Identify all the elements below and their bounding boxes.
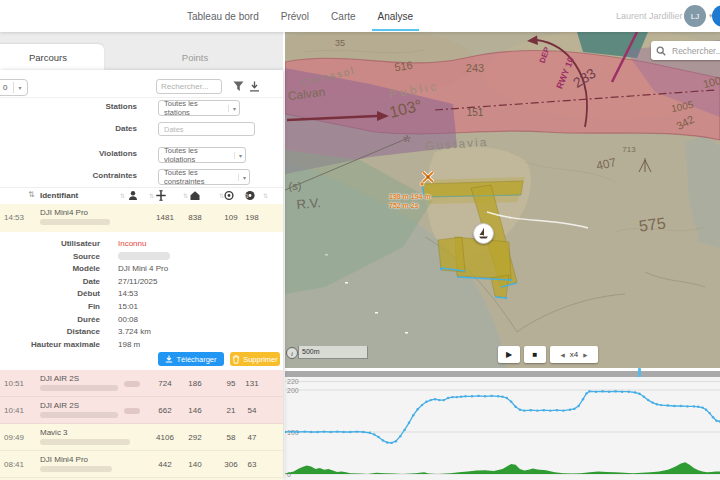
row-time: 09:49: [4, 433, 24, 442]
search-input[interactable]: [156, 79, 222, 94]
row-model: DJI Mini4 Pro: [40, 455, 88, 464]
detail-field: Début14:53: [0, 289, 283, 302]
home-icon[interactable]: [190, 190, 201, 201]
table-row[interactable]: 10:51 DJI AIR 2S 724 186 95 131: [0, 370, 283, 397]
row-id-blur: [40, 412, 118, 418]
detail-field: Source: [0, 252, 283, 265]
user-icon[interactable]: [128, 190, 139, 201]
mini-sort-icon[interactable]: ⇅: [183, 192, 188, 199]
row-c4: 63: [248, 460, 257, 469]
detail-value: Inconnu: [118, 239, 146, 248]
filter-label-contraintes: Contraintes: [0, 171, 137, 180]
row-c4: 198: [245, 213, 258, 222]
nav-prevol[interactable]: Prévol: [281, 11, 309, 22]
map-label: 151: [467, 107, 484, 118]
row-c3: 109: [224, 213, 237, 222]
detail-label: Durée: [0, 315, 100, 324]
mini-sort-icon[interactable]: ⇅: [149, 192, 154, 199]
row-model: Mavic 3: [40, 428, 68, 437]
map-label: ☆: [403, 133, 412, 144]
speed-control[interactable]: ◀ x4 ▶: [550, 346, 598, 363]
speed-up-icon[interactable]: ▶: [583, 352, 587, 358]
filter-icon[interactable]: [233, 81, 244, 92]
detail-label: Fin: [0, 302, 100, 311]
detail-label: Distance: [0, 327, 100, 336]
detail-field: Date27/11/2025: [0, 277, 283, 290]
chevron-down-icon: ▾: [13, 82, 21, 93]
drone-icon[interactable]: [156, 190, 167, 201]
flights-panel: 0 ▾ Stations Toutes les stations ▾ Dates…: [0, 70, 283, 480]
speed-value: x4: [570, 350, 578, 359]
contraintes-select[interactable]: Toutes les constraintes ▾: [158, 169, 250, 185]
violations-select[interactable]: Toutes les violations ▾: [158, 147, 246, 163]
chevron-down-icon: ▾: [228, 105, 236, 112]
chevron-down-icon: ▾: [238, 174, 246, 181]
stop-button[interactable]: ■: [524, 346, 546, 363]
delete-button[interactable]: Supprimer: [230, 352, 280, 366]
row-person-blur: [124, 381, 140, 387]
mini-sort-icon[interactable]: ⇅: [120, 192, 125, 199]
detail-value: [118, 252, 170, 262]
detail-value: 15:01: [118, 302, 138, 311]
detail-label: Hauteur maximale: [0, 340, 100, 349]
row-time: 14:53: [4, 213, 24, 222]
nav-analyse[interactable]: Analyse: [378, 11, 414, 22]
map-search-box[interactable]: [651, 41, 720, 60]
stations-select[interactable]: Toutes les stations ▾: [158, 100, 240, 116]
target-icon[interactable]: [224, 190, 235, 201]
row-c4: 47: [248, 433, 257, 442]
selected-row-slot: 14:53 DJI Mini4 Pro 1481 838 109 198: [0, 204, 283, 233]
search-icon: [656, 46, 666, 56]
row-c3: 95: [227, 379, 236, 388]
row-id-blur: [40, 385, 118, 391]
row-c1: 1481: [156, 213, 174, 222]
nav-tableau-de-bord[interactable]: Tableau de bord: [187, 11, 259, 22]
detail-field: Distance3.724 km: [0, 327, 283, 340]
detail-label: Modèle: [0, 264, 100, 273]
map-search-input[interactable]: [670, 45, 720, 57]
divider: [0, 97, 283, 98]
row-c3: 58: [227, 433, 236, 442]
detail-value: 3.724 km: [118, 327, 151, 336]
download-button[interactable]: Télécharger: [158, 352, 224, 366]
mini-sort-icon[interactable]: ⇅: [219, 192, 224, 199]
column-identifiant[interactable]: Identifiant: [40, 191, 78, 200]
mini-sort-icon[interactable]: ⇅: [244, 192, 249, 199]
filter-label-violations: Violations: [0, 149, 137, 158]
row-id-blur: [40, 439, 130, 445]
table-row[interactable]: 14:53 DJI Mini4 Pro 1481 838 109 198: [0, 204, 283, 233]
row-time: 10:41: [4, 406, 24, 415]
map-label: 516: [394, 59, 414, 73]
row-model: DJI AIR 2S: [40, 401, 79, 410]
mini-sort-icon[interactable]: ⇅: [263, 192, 268, 199]
speed-down-icon[interactable]: ◀: [561, 352, 565, 358]
row-id-blur: [40, 466, 112, 472]
page-size-select[interactable]: 0 ▾: [0, 79, 28, 96]
map-3d-view[interactable]: 35Corossol516243283DEPRWY 10CalvanPublic…: [285, 32, 720, 368]
table-row[interactable]: 08:41 DJI Mini4 Pro 442 140 306 63: [0, 451, 283, 478]
nav-carte[interactable]: Carte: [331, 11, 355, 22]
tab-points[interactable]: Points: [120, 44, 270, 70]
detail-field: Hauteur maximale198 m: [0, 340, 283, 353]
dates-input[interactable]: [158, 122, 255, 136]
table-row[interactable]: 10:41 DJI AIR 2S 662 146 21 54: [0, 397, 283, 424]
download-icon[interactable]: [249, 81, 260, 92]
avatar[interactable]: LJ: [684, 5, 706, 27]
tab-parcours[interactable]: Parcours: [0, 44, 104, 70]
user-name: Laurent Jardillier: [616, 11, 683, 21]
attribution-button[interactable]: i: [286, 347, 298, 359]
main-nav: Tableau de bord Prévol Carte Analyse: [187, 0, 413, 32]
detail-label: Source: [0, 252, 100, 261]
play-button[interactable]: ▶: [498, 346, 520, 363]
row-c4: 131: [245, 379, 258, 388]
row-c1: 442: [158, 460, 171, 469]
sort-icon[interactable]: ⇅: [28, 190, 35, 199]
elevation-chart[interactable]: 0100200220: [285, 377, 720, 480]
map-label: 713: [622, 145, 636, 154]
detail-value: 27/11/2025: [118, 277, 157, 286]
table-row[interactable]: 09:49 Mavic 3 4106 292 58 47: [0, 424, 283, 451]
altitude-tooltip: 198 m 194 m 752 m 2s: [389, 192, 431, 210]
chevron-down-icon: ▾: [234, 152, 242, 159]
detail-field: UtilisateurInconnu: [0, 239, 283, 252]
help-bubble-button[interactable]: [712, 5, 720, 27]
